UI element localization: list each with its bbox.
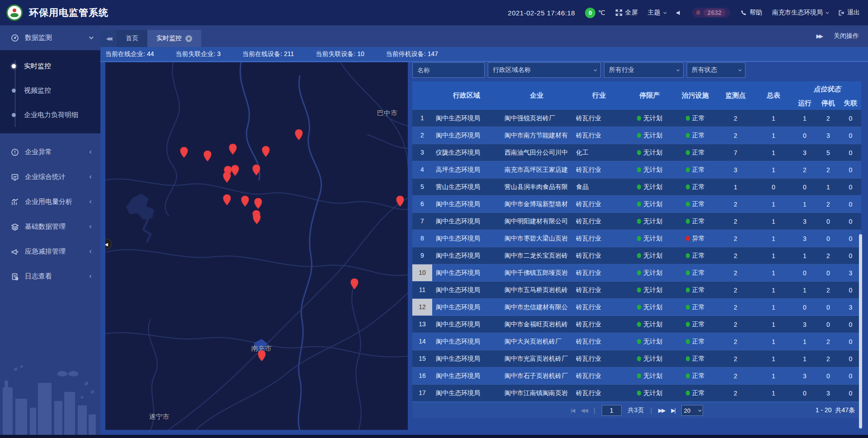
map-pin[interactable] (258, 350, 265, 363)
prev-page-button[interactable]: ◀◀ (580, 407, 587, 414)
last-page-button[interactable]: ▶| (671, 407, 675, 414)
cell-company: 营山县润丰肉食品有限 (501, 179, 572, 196)
sidebar-item-log-view[interactable]: 日志查看 (0, 264, 100, 289)
table-row[interactable]: 16 阆中生态环境局 阆中市石子页岩机砖厂 砖瓦行业 无计划 正常 2 1 3 … (412, 367, 861, 385)
table-row[interactable]: 8 阆中生态环境局 阆中市枣碧大梁山页岩 砖瓦行业 无计划 异常 2 1 3 0… (412, 230, 861, 247)
row-number: 2 (412, 127, 432, 144)
industry-select[interactable]: 所有行业 (604, 62, 684, 78)
next-page-button[interactable]: ▶▶ (658, 407, 665, 414)
sidebar-subitem-realtime-monitor[interactable]: 实时监控 (0, 54, 100, 78)
cell-company: 阆中明阳建材有限公司 (501, 213, 572, 230)
table-row[interactable]: 9 阆中生态环境局 阆中市二龙长宝页岩砖 砖瓦行业 无计划 正常 2 1 1 2… (412, 247, 861, 264)
map-pin[interactable] (252, 165, 260, 177)
chart-icon (11, 198, 19, 206)
tab-close-icon[interactable]: × (185, 35, 192, 42)
cell-company: 阆中市南方节能建材有 (501, 127, 572, 144)
table-row[interactable]: 17 阆中生态环境局 阆中市江南镇阆南页岩 砖瓦行业 无计划 正常 2 1 0 … (412, 385, 861, 402)
table-row[interactable]: 15 阆中生态环境局 阆中市光富页岩机砖厂 砖瓦行业 无计划 正常 2 1 1 … (412, 350, 861, 367)
cell-company: 阆中市忠信建材有限公 (501, 299, 572, 316)
status-dot-icon (637, 236, 641, 241)
sidebar-subitem-video-monitor[interactable]: 视频监控 (0, 78, 100, 103)
table-row[interactable]: 11 阆中生态环境局 阆中市五马桥页岩机砖 砖瓦行业 无计划 正常 2 1 1 … (412, 282, 861, 299)
map-pin[interactable] (396, 196, 404, 208)
cell-region: 阆中生态环境局 (432, 264, 501, 282)
status-dot-icon (637, 322, 641, 327)
logout-button[interactable]: 退出 (838, 9, 860, 17)
sidebar-item-enterprise-statistics[interactable]: 企业综合统计 (0, 165, 100, 189)
cell-monitor-count: 2 (717, 230, 754, 247)
region-select[interactable]: 行政区域名称 (488, 62, 601, 78)
map-pin[interactable] (223, 172, 231, 184)
cell-industry: 砖瓦行业 (572, 127, 626, 144)
tab-realtime-monitor[interactable]: 实时监控 × (147, 30, 201, 47)
cell-run-count: 0 (793, 385, 816, 402)
sidebar-item-base-data[interactable]: 基础数据管理 (0, 214, 100, 239)
tabs-scroll-right-button[interactable]: ▶▶ (816, 33, 822, 39)
map-pin[interactable] (180, 147, 188, 160)
map-pin[interactable] (241, 196, 249, 208)
map-pin[interactable] (351, 278, 359, 291)
table-row[interactable]: 7 阆中生态环境局 阆中明阳建材有限公司 砖瓦行业 无计划 正常 2 1 3 0… (412, 213, 861, 230)
table-row[interactable]: 4 高坪生态环境局 南充市高坪区王家店建 砖瓦行业 无计划 正常 3 1 2 2… (412, 161, 861, 179)
table-row[interactable]: 12 阆中生态环境局 阆中市忠信建材有限公 砖瓦行业 无计划 正常 2 1 0 … (412, 299, 861, 316)
table-row[interactable]: 2 阆中生态环境局 阆中市南方节能建材有 砖瓦行业 无计划 正常 2 1 0 3… (412, 127, 861, 144)
map-pin[interactable] (231, 165, 239, 178)
cell-region: 阆中生态环境局 (432, 247, 501, 264)
status-select[interactable]: 所有状态 (687, 62, 745, 78)
first-page-button[interactable]: |◀ (571, 407, 574, 414)
page-number-input[interactable] (602, 405, 622, 416)
cell-lost-count: 0 (840, 196, 861, 213)
page-size-select[interactable]: 20 (681, 405, 703, 416)
table-body: 1 阆中生态环境局 阆中强锐页岩砖厂 砖瓦行业 无计划 正常 2 1 1 2 0… (412, 110, 861, 403)
table-row[interactable]: 13 阆中生态环境局 阆中市金福旺页岩机砖 砖瓦行业 无计划 正常 2 1 3 … (412, 316, 861, 333)
status-dot-icon (686, 373, 690, 378)
map-pin[interactable] (204, 151, 212, 163)
table-row[interactable]: 5 营山生态环境局 营山县润丰肉食品有限 食品 无计划 正常 1 0 0 1 0 (412, 179, 861, 196)
map-pin[interactable] (262, 146, 270, 159)
sidebar-item-power-analysis[interactable]: 企业用电量分析 (0, 189, 100, 214)
notification-button[interactable]: 2632 (692, 8, 730, 18)
sidebar-item-emergency-reduction[interactable]: 应急减排管理 (0, 239, 100, 264)
table-row[interactable]: 1 阆中生态环境局 阆中强锐页岩砖厂 砖瓦行业 无计划 正常 2 1 1 2 0 (412, 110, 861, 127)
cell-region: 阆中生态环境局 (432, 385, 501, 402)
lost-enterprises-count: 当前失联企业:3 (175, 50, 221, 58)
tab-home[interactable]: 首页 (117, 30, 147, 47)
map-pin[interactable] (295, 129, 303, 142)
name-search-input[interactable] (412, 62, 485, 78)
map-pin[interactable] (229, 144, 237, 156)
map-pin[interactable] (253, 213, 261, 226)
map[interactable]: 巴中市南充市遂宁市 ◀ (105, 62, 408, 430)
map-pin[interactable] (254, 198, 262, 211)
close-operations-button[interactable]: 关闭操作 (834, 32, 859, 40)
cell-halt-count: 2 (816, 350, 840, 367)
sound-button[interactable] (675, 9, 682, 16)
theme-dropdown[interactable]: 主题 (648, 9, 665, 17)
cell-company: 阆中市枣碧大梁山页岩 (501, 230, 572, 247)
sidebar-subitem-power-load-detail[interactable]: 企业电力负荷明细 (0, 103, 100, 127)
fullscreen-button[interactable]: 全屏 (615, 9, 638, 17)
cell-stop-status: 无计划 (626, 282, 674, 299)
sidebar-item-enterprise-abnormal[interactable]: 企业异常 (0, 140, 100, 165)
row-number: 1 (412, 110, 432, 127)
status-dot-icon (686, 219, 690, 224)
cell-monitor-count: 1 (717, 179, 754, 196)
table-row[interactable]: 14 阆中生态环境局 阆中大兴页岩机砖厂 砖瓦行业 无计划 正常 2 1 1 2… (412, 333, 861, 350)
cell-region: 阆中生态环境局 (432, 316, 501, 333)
sidebar-item-data-monitor[interactable]: 数据监测 (0, 25, 100, 50)
org-dropdown[interactable]: 南充市生态环境局 (772, 9, 828, 17)
cell-meter-count: 1 (754, 161, 793, 179)
status-dot-icon (637, 133, 641, 138)
table-row[interactable]: 10 阆中生态环境局 阆中千佛镇五郎垭页岩 砖瓦行业 无计划 正常 2 1 0 … (412, 264, 861, 282)
table-row[interactable]: 6 阆中生态环境局 阆中市金博瑞新型墙材 砖瓦行业 无计划 正常 2 1 1 2… (412, 196, 861, 213)
scrollbar-thumb[interactable] (859, 234, 862, 429)
status-dot-icon (686, 305, 690, 310)
map-pin[interactable] (223, 194, 231, 207)
help-button[interactable]: 帮助 (740, 9, 762, 17)
cell-monitor-count: 7 (717, 144, 754, 161)
col-company: 企业 (501, 81, 572, 110)
status-dot-icon (637, 391, 641, 396)
stats-icon (11, 173, 19, 181)
table-row[interactable]: 3 仪陇生态环境局 西南油气田分公司川中 化工 无计划 正常 7 1 3 5 0 (412, 144, 861, 161)
cell-monitor-count: 2 (717, 350, 754, 367)
tabs-scroll-left-button[interactable]: ◀◀ (100, 30, 117, 47)
